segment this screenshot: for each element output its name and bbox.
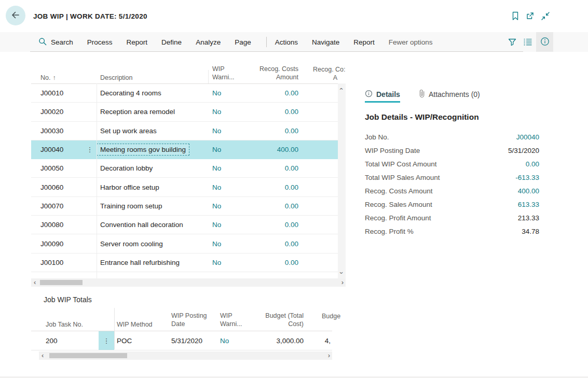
search-button[interactable]: Search: [38, 37, 73, 47]
column-header-budget-total-cost[interactable]: Budget (Total Cost): [265, 312, 304, 328]
recog-costs-cell[interactable]: 0.00: [241, 259, 298, 266]
menu-analyze[interactable]: Analyze: [196, 38, 221, 46]
description-cell[interactable]: Decoration lobby: [97, 164, 205, 172]
description-cell[interactable]: Entrance hall refurbishing: [97, 259, 205, 266]
job-no-cell[interactable]: J00080: [31, 221, 83, 229]
open-in-new-window-icon[interactable]: [526, 12, 534, 20]
wip-warning-cell[interactable]: No: [205, 240, 241, 248]
job-no-cell[interactable]: J00060: [31, 184, 83, 191]
job-no-cell[interactable]: J00030: [31, 127, 83, 135]
table-row[interactable]: J00090 Server room cooling No 0.00: [31, 234, 346, 253]
description-cell[interactable]: Harbor office setup: [97, 184, 205, 191]
menu-define[interactable]: Define: [161, 38, 182, 46]
table-row[interactable]: J00070 Training room setup No 0.00: [31, 197, 346, 216]
job-no-cell[interactable]: J00090: [31, 240, 83, 248]
horizontal-scrollbar[interactable]: ‹ ›: [31, 278, 346, 287]
scroll-up-icon[interactable]: ‹: [338, 88, 345, 90]
menu-navigate[interactable]: Navigate: [312, 38, 339, 46]
column-header-recog-costs-amount-2[interactable]: Recog. Co:: [313, 66, 346, 73]
column-header-wip-warning[interactable]: WIP Warni...: [220, 312, 242, 328]
job-no-cell[interactable]: J00100: [31, 259, 83, 266]
column-header-recog-costs-amount[interactable]: Recog. Costs Amount: [259, 65, 298, 81]
job-no-cell[interactable]: J00040: [31, 146, 83, 153]
table-row[interactable]: J00100 Entrance hall refurbishing No 0.0…: [31, 253, 346, 272]
scroll-down-icon[interactable]: ›: [338, 272, 345, 274]
scroll-left-icon[interactable]: ‹: [34, 279, 36, 286]
menu-report[interactable]: Report: [127, 38, 148, 46]
filter-icon[interactable]: [508, 38, 516, 46]
wip-warning-cell[interactable]: No: [205, 202, 241, 210]
recog-costs-cell[interactable]: 0.00: [241, 89, 298, 97]
vertical-scrollbar[interactable]: ‹ ›: [338, 83, 346, 278]
table-row[interactable]: J00050 Decoration lobby No 0.00: [31, 159, 346, 178]
scroll-left-icon[interactable]: ‹: [42, 352, 44, 359]
description-cell[interactable]: Set up work areas: [97, 127, 205, 135]
tab-attachments[interactable]: Attachments (0): [418, 89, 480, 103]
description-cell[interactable]: Decorating 4 rooms: [97, 89, 205, 97]
job-task-no-cell[interactable]: 200: [31, 337, 99, 345]
table-row[interactable]: J00030 Set up work areas No 0.00: [31, 122, 346, 140]
menu-process[interactable]: Process: [87, 38, 113, 46]
scrollbar-thumb[interactable]: [49, 353, 127, 358]
totals-row[interactable]: 200 ⋮ POC 5/31/2020 No 3,000.00 4,: [31, 331, 332, 350]
wip-warning-cell[interactable]: No: [205, 164, 241, 172]
back-button[interactable]: [6, 6, 25, 25]
field-value-link[interactable]: 0.00: [526, 160, 539, 168]
recog-costs-cell[interactable]: 0.00: [241, 221, 298, 229]
fewer-options-button[interactable]: Fewer options: [389, 38, 433, 46]
menu-page[interactable]: Page: [235, 38, 251, 46]
scroll-right-icon[interactable]: ›: [328, 352, 330, 359]
wip-warning-cell[interactable]: No: [205, 184, 241, 191]
table-row[interactable]: J00060 Harbor office setup No 0.00: [31, 178, 346, 196]
job-no-cell[interactable]: J00070: [31, 202, 83, 210]
totals-horizontal-scrollbar[interactable]: ‹ ›: [39, 351, 332, 360]
scrollbar-thumb[interactable]: [40, 280, 83, 285]
budget-total-cost-cell[interactable]: 3,000.00: [244, 337, 305, 345]
scroll-right-icon[interactable]: ›: [341, 279, 344, 286]
info-panel-toggle[interactable]: [536, 32, 553, 52]
wip-warning-cell[interactable]: No: [205, 146, 241, 153]
column-header-wip-warning[interactable]: WIP Warni...: [212, 65, 235, 81]
row-menu-button[interactable]: ⋮: [83, 146, 97, 153]
column-header-budget-2[interactable]: Budge: [322, 313, 340, 320]
field-value-link[interactable]: -613.33: [515, 174, 539, 181]
description-cell[interactable]: Server room cooling: [97, 240, 205, 248]
field-value-link[interactable]: 400.00: [518, 187, 539, 195]
column-header-wip-posting-date[interactable]: WIP Posting Date: [171, 312, 207, 328]
description-cell[interactable]: Training room setup: [97, 202, 205, 210]
recog-costs-cell[interactable]: 0.00: [241, 108, 298, 116]
description-cell[interactable]: Convention hall decoration: [97, 221, 205, 229]
table-row[interactable]: J00010 Decorating 4 rooms No 0.00: [31, 84, 346, 103]
wip-posting-date-cell[interactable]: 5/31/2020: [169, 337, 215, 345]
recog-costs-cell[interactable]: 400.00: [241, 146, 298, 153]
wip-warning-cell[interactable]: No: [205, 221, 241, 229]
tab-details[interactable]: Details: [365, 90, 400, 103]
field-value-link[interactable]: 613.33: [518, 201, 539, 208]
job-no-cell[interactable]: J00010: [31, 89, 83, 97]
job-no-cell[interactable]: J00020: [31, 108, 83, 116]
wip-warning-cell[interactable]: No: [205, 89, 241, 97]
recog-costs-cell[interactable]: 0.00: [241, 240, 298, 248]
column-header-wip-method[interactable]: WIP Method: [117, 321, 153, 328]
wip-warning-cell[interactable]: No: [215, 337, 244, 345]
job-no-cell[interactable]: J00050: [31, 164, 83, 172]
description-cell[interactable]: Reception area remodel: [97, 108, 205, 116]
row-menu-button[interactable]: ⋮: [99, 331, 114, 350]
wip-warning-cell[interactable]: No: [205, 259, 241, 266]
table-row[interactable]: J00020 Reception area remodel No 0.00: [31, 103, 346, 121]
wip-method-cell[interactable]: POC: [114, 337, 169, 345]
bookmark-icon[interactable]: [512, 11, 519, 21]
wip-warning-cell[interactable]: No: [205, 108, 241, 116]
recog-costs-cell[interactable]: 0.00: [241, 184, 298, 191]
field-value-link[interactable]: J00040: [516, 133, 539, 141]
menu-actions[interactable]: Actions: [275, 38, 298, 46]
recog-costs-cell[interactable]: 0.00: [241, 127, 298, 135]
recog-costs-cell[interactable]: 0.00: [241, 202, 298, 210]
minimize-collapse-icon[interactable]: [541, 11, 550, 21]
table-row[interactable]: J00080 Convention hall decoration No 0.0…: [31, 216, 346, 234]
column-header-no[interactable]: No.↑: [40, 74, 56, 81]
menu-report-2[interactable]: Report: [353, 38, 375, 46]
column-header-job-task-no[interactable]: Job Task No.: [46, 321, 83, 328]
list-view-icon[interactable]: [524, 38, 532, 46]
table-row-selected[interactable]: J00040 ⋮ Meeting rooms gov building No 4…: [31, 140, 346, 159]
